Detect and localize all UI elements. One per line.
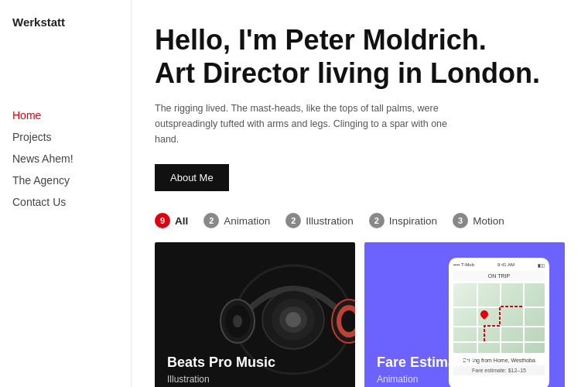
phone-status-bar: •••• T-Mob 9:41 AM ▮▯▯ (453, 262, 545, 268)
portfolio-grid: Beats Pro Music Illustration •••• T-Mob … (155, 242, 565, 387)
filter-illustration[interactable]: 2 Illustration (285, 213, 354, 228)
card-fare-category: Animation (377, 374, 474, 385)
portfolio-card-beats[interactable]: Beats Pro Music Illustration (155, 242, 355, 387)
filter-animation-label: Animation (224, 215, 270, 227)
filter-motion-label: Motion (473, 215, 504, 227)
hero-title: Hello, I'm Peter Moldrich. Art Director … (155, 23, 565, 90)
filter-motion[interactable]: 3 Motion (453, 213, 504, 228)
filter-motion-badge: 3 (453, 213, 468, 228)
filter-bar: 9 All 2 Animation 2 Illustration 2 Inspi… (155, 213, 565, 228)
hero-title-line1: Hello, I'm Peter Moldrich. (155, 24, 487, 56)
filter-illustration-label: Illustration (306, 215, 354, 227)
hero-subtitle: The rigging lived. The mast-heads, like … (155, 101, 464, 147)
filter-animation-badge: 2 (203, 213, 219, 228)
card-beats-title: Beats Pro Music (167, 354, 275, 371)
card-beats-label: Beats Pro Music Illustration (155, 342, 288, 387)
sidebar-item-projects[interactable]: Projects (12, 128, 118, 146)
sidebar: Werkstatt Home Projects News Ahem! The A… (0, 0, 132, 387)
card-fare-label: Fare Estimator Animation (364, 342, 487, 387)
filter-all-badge: 9 (155, 213, 170, 228)
sidebar-item-agency[interactable]: The Agency (12, 171, 118, 190)
filter-inspiration[interactable]: 2 Inspiration (369, 213, 437, 228)
filter-inspiration-label: Inspiration (389, 215, 437, 227)
filter-all[interactable]: 9 All (155, 213, 188, 228)
hero-title-line2: Art Director living in London. (155, 57, 540, 89)
filter-illustration-badge: 2 (285, 213, 301, 228)
svg-point-9 (285, 312, 301, 327)
portfolio-card-fare[interactable]: •••• T-Mob 9:41 AM ▮▯▯ ON TRIP (364, 242, 565, 387)
logo: Werkstatt (12, 15, 118, 29)
card-beats-category: Illustration (167, 374, 275, 385)
sidebar-item-news[interactable]: News Ahem! (12, 149, 118, 168)
filter-all-label: All (175, 215, 188, 227)
sidebar-item-contact[interactable]: Contact Us (12, 193, 118, 211)
about-me-button[interactable]: About Me (155, 164, 229, 191)
filter-inspiration-badge: 2 (369, 213, 385, 228)
svg-point-10 (233, 315, 242, 327)
sidebar-nav: Home Projects News Ahem! The Agency Cont… (12, 106, 118, 211)
sidebar-item-home[interactable]: Home (12, 106, 118, 125)
card-fare-title: Fare Estimator (377, 354, 474, 371)
main-content: Hello, I'm Peter Moldrich. Art Director … (132, 0, 588, 387)
filter-animation[interactable]: 2 Animation (203, 213, 270, 228)
